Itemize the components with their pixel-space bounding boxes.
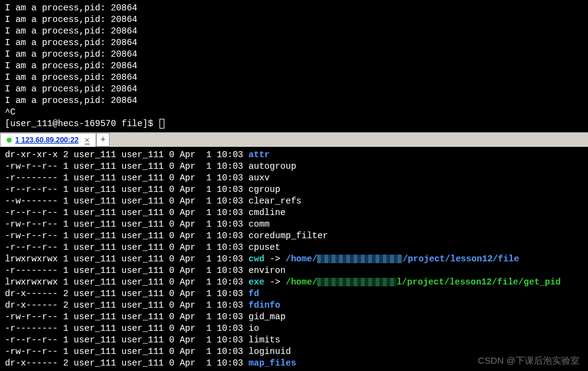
file-name: cwd bbox=[248, 254, 264, 264]
process-output-line: I am a process,pid: 20864 bbox=[5, 2, 583, 14]
prompt-line[interactable]: [user_111@hecs-169570 file]$ bbox=[5, 118, 583, 130]
file-meta: --w------- 1 user_111 user_111 0 Apr 1 1… bbox=[5, 196, 248, 206]
link-arrow: -> bbox=[264, 254, 285, 264]
redacted-segment bbox=[317, 255, 402, 263]
file-meta: dr-xr-xr-x 2 user_111 user_111 0 Apr 1 1… bbox=[5, 150, 248, 160]
ls-row: dr-x------ 2 user_111 user_111 0 Apr 1 1… bbox=[5, 358, 583, 369]
file-meta: -rw-r--r-- 1 user_111 user_111 0 Apr 1 1… bbox=[5, 161, 248, 171]
ls-row: -r--r--r-- 1 user_111 user_111 0 Apr 1 1… bbox=[5, 207, 583, 219]
prompt-text: [user_111@hecs-169570 file]$ bbox=[5, 119, 158, 129]
file-name: environ bbox=[248, 266, 285, 275]
link-target-suffix: l/project/lesson12/file/get_pid bbox=[396, 277, 561, 287]
process-output-line: I am a process,pid: 20864 bbox=[5, 26, 583, 37]
tab-bar: 1 123.60.89.200:22 × + bbox=[0, 132, 588, 147]
ls-row: -rw-r--r-- 1 user_111 user_111 0 Apr 1 1… bbox=[5, 219, 583, 230]
process-output-line: I am a process,pid: 20864 bbox=[5, 83, 583, 95]
session-tab[interactable]: 1 123.60.89.200:22 × bbox=[0, 133, 96, 147]
process-output-line: I am a process,pid: 20864 bbox=[5, 14, 583, 26]
add-tab-button[interactable]: + bbox=[96, 133, 110, 147]
file-meta: dr-x------ 2 user_111 user_111 0 Apr 1 1… bbox=[5, 289, 248, 299]
file-meta: -r-------- 1 user_111 user_111 0 Apr 1 1… bbox=[5, 173, 248, 183]
ls-row: dr-x------ 2 user_111 user_111 0 Apr 1 1… bbox=[5, 288, 583, 300]
cursor bbox=[159, 119, 164, 129]
file-name: fdinfo bbox=[248, 300, 280, 310]
interrupt-line: ^C bbox=[5, 107, 583, 118]
tab-label: 1 123.60.89.200:22 bbox=[15, 135, 79, 146]
file-meta: -r-------- 1 user_111 user_111 0 Apr 1 1… bbox=[5, 266, 248, 275]
link-target-prefix: /home/ bbox=[285, 254, 317, 264]
bottom-terminal-pane[interactable]: dr-xr-xr-x 2 user_111 user_111 0 Apr 1 1… bbox=[0, 147, 588, 371]
link-arrow: -> bbox=[264, 277, 285, 287]
file-name: clear_refs bbox=[248, 196, 301, 206]
ls-row: -rw-r--r-- 1 user_111 user_111 0 Apr 1 1… bbox=[5, 346, 583, 358]
file-name: comm bbox=[248, 219, 270, 229]
file-name: cgroup bbox=[248, 185, 280, 194]
file-name: cmdline bbox=[248, 208, 285, 217]
file-meta: -rw-r--r-- 1 user_111 user_111 0 Apr 1 1… bbox=[5, 219, 248, 229]
file-meta: lrwxrwxrwx 1 user_111 user_111 0 Apr 1 1… bbox=[5, 254, 248, 264]
file-meta: -r--r--r-- 1 user_111 user_111 0 Apr 1 1… bbox=[5, 242, 248, 252]
close-icon[interactable]: × bbox=[85, 135, 89, 146]
ls-row: -r-------- 1 user_111 user_111 0 Apr 1 1… bbox=[5, 323, 583, 334]
file-name: map_files bbox=[248, 358, 296, 368]
file-name: coredump_filter bbox=[248, 231, 328, 241]
file-meta: -r--r--r-- 1 user_111 user_111 0 Apr 1 1… bbox=[5, 208, 248, 217]
file-meta: -r--r--r-- 1 user_111 user_111 0 Apr 1 1… bbox=[5, 185, 248, 194]
ls-row: -rw-r--r-- 1 user_111 user_111 0 Apr 1 1… bbox=[5, 311, 583, 323]
ls-row: -rw-r--r-- 1 user_111 user_111 0 Apr 1 1… bbox=[5, 161, 583, 172]
ls-row: -r--r--r-- 1 user_111 user_111 0 Apr 1 1… bbox=[5, 184, 583, 196]
file-name: loginuid bbox=[248, 347, 291, 356]
ls-row: dr-x------ 2 user_111 user_111 0 Apr 1 1… bbox=[5, 300, 583, 311]
status-dot-icon bbox=[7, 138, 12, 143]
ls-row: -r-------- 1 user_111 user_111 0 Apr 1 1… bbox=[5, 265, 583, 277]
file-meta: -r-------- 1 user_111 user_111 0 Apr 1 1… bbox=[5, 323, 248, 333]
ls-row: -r--r--r-- 1 user_111 user_111 0 Apr 1 1… bbox=[5, 334, 583, 346]
file-name: limits bbox=[248, 335, 280, 345]
file-name: fd bbox=[248, 289, 259, 299]
top-terminal-pane[interactable]: I am a process,pid: 20864I am a process,… bbox=[0, 0, 588, 132]
ls-row: dr-xr-xr-x 2 user_111 user_111 0 Apr 1 1… bbox=[5, 149, 583, 161]
process-output-line: I am a process,pid: 20864 bbox=[5, 49, 583, 60]
process-output-line: I am a process,pid: 20864 bbox=[5, 72, 583, 83]
file-name: auxv bbox=[248, 173, 270, 183]
file-meta: -rw-r--r-- 1 user_111 user_111 0 Apr 1 1… bbox=[5, 312, 248, 322]
link-target-suffix: /project/lesson12/file bbox=[402, 254, 519, 264]
file-name: autogroup bbox=[248, 161, 296, 171]
file-meta: -rw-r--r-- 1 user_111 user_111 0 Apr 1 1… bbox=[5, 231, 248, 241]
process-output-line: I am a process,pid: 20864 bbox=[5, 37, 583, 49]
process-output-line: I am a process,pid: 20864 bbox=[5, 95, 583, 107]
link-target-prefix: /home/ bbox=[285, 277, 317, 287]
process-output-line: I am a process,pid: 20864 bbox=[5, 60, 583, 72]
file-name: io bbox=[248, 323, 259, 333]
file-meta: -rw-r--r-- 1 user_111 user_111 0 Apr 1 1… bbox=[5, 347, 248, 356]
redacted-segment bbox=[317, 278, 396, 286]
ls-row: lrwxrwxrwx 1 user_111 user_111 0 Apr 1 1… bbox=[5, 277, 583, 288]
file-meta: dr-x------ 2 user_111 user_111 0 Apr 1 1… bbox=[5, 358, 248, 368]
ls-row: -r-------- 1 user_111 user_111 0 Apr 1 1… bbox=[5, 172, 583, 184]
ls-row: -rw-r--r-- 1 user_111 user_111 0 Apr 1 1… bbox=[5, 230, 583, 242]
file-name: exe bbox=[248, 277, 264, 287]
file-name: attr bbox=[248, 150, 270, 160]
ls-row: --w------- 1 user_111 user_111 0 Apr 1 1… bbox=[5, 196, 583, 207]
ls-row: -r--r--r-- 1 user_111 user_111 0 Apr 1 1… bbox=[5, 242, 583, 253]
file-name: cpuset bbox=[248, 242, 280, 252]
file-meta: dr-x------ 2 user_111 user_111 0 Apr 1 1… bbox=[5, 300, 248, 310]
file-name: gid_map bbox=[248, 312, 285, 322]
ls-row: lrwxrwxrwx 1 user_111 user_111 0 Apr 1 1… bbox=[5, 253, 583, 265]
file-meta: -r--r--r-- 1 user_111 user_111 0 Apr 1 1… bbox=[5, 335, 248, 345]
file-meta: lrwxrwxrwx 1 user_111 user_111 0 Apr 1 1… bbox=[5, 277, 248, 287]
